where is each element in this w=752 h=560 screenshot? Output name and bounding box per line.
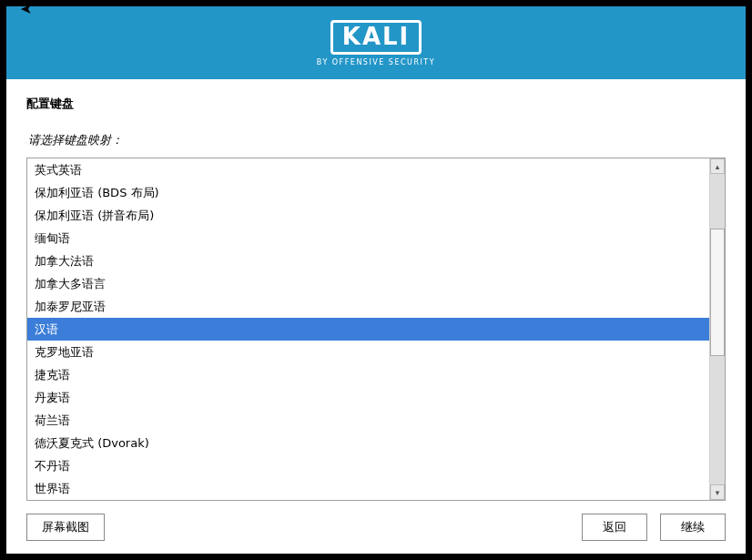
list-item[interactable]: 荷兰语 bbox=[27, 409, 709, 432]
content-area: 配置键盘 请选择键盘映射： 英式英语保加利亚语 (BDS 布局)保加利亚语 (拼… bbox=[6, 79, 746, 501]
logo-box: KALI bbox=[330, 20, 422, 55]
list-item[interactable]: 英式英语 bbox=[27, 158, 709, 181]
list-item[interactable]: 捷克语 bbox=[27, 363, 709, 386]
list-item[interactable]: 世界语 bbox=[27, 477, 709, 500]
logo-text: KALI bbox=[342, 25, 411, 48]
page-title: 配置键盘 bbox=[26, 96, 726, 112]
list-item[interactable]: 克罗地亚语 bbox=[27, 341, 709, 363]
installer-window: KALI BY OFFENSIVE SECURITY 配置键盘 请选择键盘映射：… bbox=[6, 6, 746, 554]
footer-bar: 屏幕截图 返回 继续 bbox=[6, 501, 746, 554]
list-item[interactable]: 保加利亚语 (BDS 布局) bbox=[27, 181, 709, 204]
list-item[interactable]: 丹麦语 bbox=[27, 386, 709, 409]
list-item[interactable]: 加拿大多语言 bbox=[27, 272, 709, 295]
logo-subtext: BY OFFENSIVE SECURITY bbox=[317, 58, 435, 66]
scrollbar[interactable]: ▴ ▾ bbox=[709, 158, 725, 500]
list-item[interactable]: 保加利亚语 (拼音布局) bbox=[27, 204, 709, 227]
list-item[interactable]: 德沃夏克式 (Dvorak) bbox=[27, 432, 709, 454]
list-item[interactable]: 加拿大法语 bbox=[27, 249, 709, 272]
list-item[interactable]: 加泰罗尼亚语 bbox=[27, 295, 709, 318]
scroll-thumb[interactable] bbox=[710, 229, 725, 356]
scroll-up-icon[interactable]: ▴ bbox=[710, 158, 725, 174]
screenshot-button[interactable]: 屏幕截图 bbox=[26, 514, 105, 541]
list-item[interactable]: 汉语 bbox=[27, 318, 709, 341]
kali-logo: KALI BY OFFENSIVE SECURITY bbox=[317, 20, 435, 66]
back-button[interactable]: 返回 bbox=[582, 514, 647, 541]
instruction-label: 请选择键盘映射： bbox=[26, 132, 726, 148]
continue-button[interactable]: 继续 bbox=[660, 514, 726, 541]
scroll-down-icon[interactable]: ▾ bbox=[710, 484, 725, 500]
keyboard-listbox-wrap: 英式英语保加利亚语 (BDS 布局)保加利亚语 (拼音布局)缅甸语加拿大法语加拿… bbox=[26, 158, 726, 501]
list-item[interactable]: 缅甸语 bbox=[27, 227, 709, 249]
scroll-track[interactable] bbox=[710, 174, 725, 484]
header-banner: KALI BY OFFENSIVE SECURITY bbox=[6, 6, 746, 79]
list-item[interactable]: 不丹语 bbox=[27, 454, 709, 477]
keyboard-listbox[interactable]: 英式英语保加利亚语 (BDS 布局)保加利亚语 (拼音布局)缅甸语加拿大法语加拿… bbox=[27, 158, 709, 500]
